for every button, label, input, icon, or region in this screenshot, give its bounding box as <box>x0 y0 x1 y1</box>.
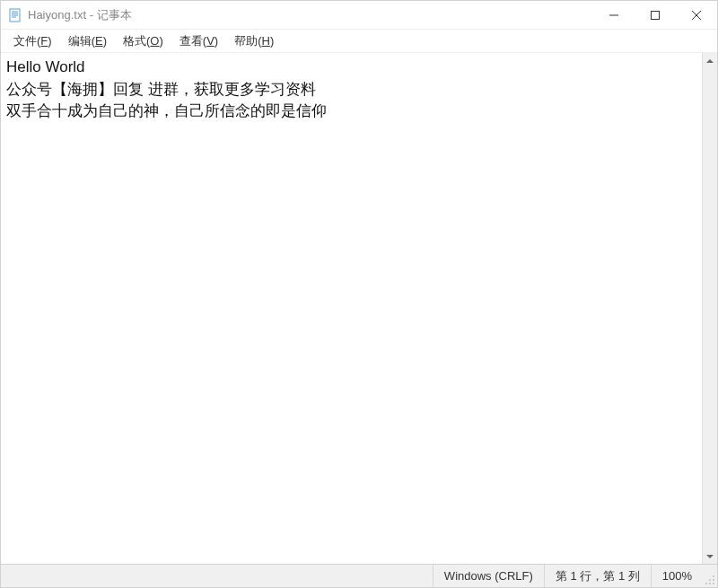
svg-marker-10 <box>706 555 714 558</box>
status-line-ending: Windows (CRLF) <box>433 565 544 587</box>
menu-format[interactable]: 格式(O) <box>116 31 171 51</box>
content-area: Hello World 公众号【海拥】回复 进群，获取更多学习资料 双手合十成为… <box>1 53 717 564</box>
menu-edit[interactable]: 编辑(E) <box>61 31 114 51</box>
menu-file[interactable]: 文件(F) <box>6 31 59 51</box>
minimize-button[interactable] <box>593 1 635 29</box>
window-controls <box>593 1 717 29</box>
app-icon <box>8 8 22 22</box>
svg-marker-9 <box>706 59 714 63</box>
svg-rect-6 <box>652 11 660 19</box>
svg-point-13 <box>709 579 711 581</box>
statusbar: Windows (CRLF) 第 1 行，第 1 列 100% <box>1 564 717 587</box>
svg-point-14 <box>713 583 714 584</box>
text-editor[interactable]: Hello World 公众号【海拥】回复 进群，获取更多学习资料 双手合十成为… <box>1 53 702 564</box>
menu-view[interactable]: 查看(V) <box>172 31 225 51</box>
status-zoom: 100% <box>651 565 703 587</box>
close-button[interactable] <box>676 1 717 29</box>
notepad-window: Haiyong.txt - 记事本 文件(F) 编辑(E) 格式(O) 查看(V… <box>0 0 718 588</box>
titlebar[interactable]: Haiyong.txt - 记事本 <box>1 1 717 30</box>
status-cursor-position: 第 1 行，第 1 列 <box>544 565 651 587</box>
svg-point-12 <box>713 579 714 581</box>
menu-help[interactable]: 帮助(H) <box>227 31 281 51</box>
svg-point-15 <box>709 583 711 584</box>
window-title: Haiyong.txt - 记事本 <box>28 7 132 23</box>
svg-point-16 <box>705 583 707 584</box>
scroll-up-arrow[interactable] <box>703 53 717 68</box>
scroll-track[interactable] <box>703 68 717 549</box>
svg-point-11 <box>713 575 714 577</box>
vertical-scrollbar[interactable] <box>702 53 717 564</box>
resize-grip-icon[interactable] <box>703 565 717 587</box>
scroll-down-arrow[interactable] <box>703 549 717 564</box>
maximize-button[interactable] <box>635 1 676 29</box>
menubar: 文件(F) 编辑(E) 格式(O) 查看(V) 帮助(H) <box>1 30 717 53</box>
